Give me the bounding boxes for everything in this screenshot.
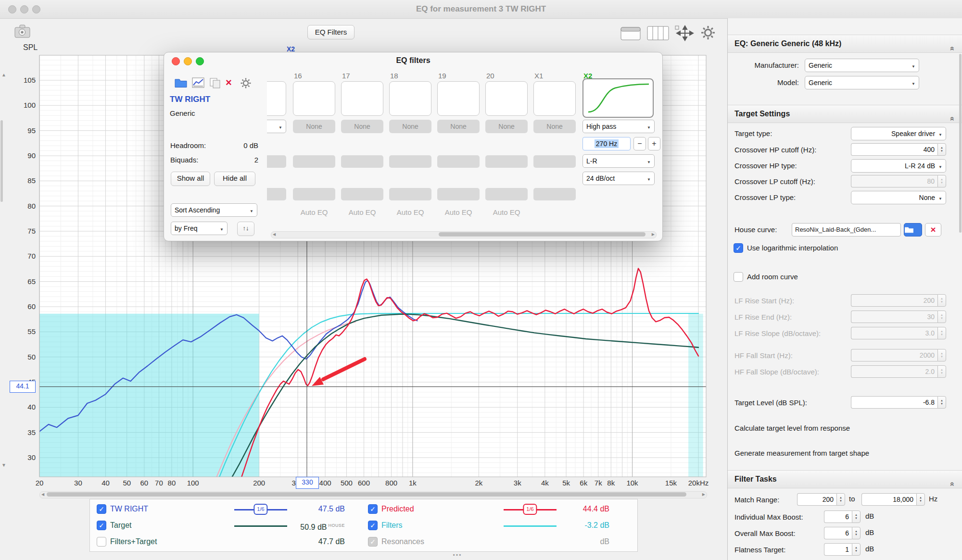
filter-type-dropdown[interactable]: None — [533, 120, 576, 133]
filter-column-x2: X2 High pass 270 Hz − + L-R — [581, 70, 660, 228]
panel-scrollbar-thumb[interactable] — [959, 54, 962, 233]
dialog-gear-icon[interactable] — [240, 77, 252, 89]
house-curve-field[interactable]: ResoNix_Laid-Back_(Gden... — [792, 223, 901, 236]
lf-rise-end-label: LF Rise End (Hz): — [734, 311, 792, 324]
lf-rise-start-spinner: 200 — [851, 294, 946, 307]
legend-checkbox-filters-target[interactable] — [97, 537, 106, 547]
capture-icon[interactable] — [13, 23, 32, 39]
dialog-minimize-button[interactable] — [184, 57, 192, 65]
crossover-lp-type-dropdown[interactable]: None — [851, 191, 946, 204]
calculate-target-level-button[interactable]: Calculate target level from response — [734, 424, 850, 432]
filter-type-dropdown[interactable]: High pass — [582, 120, 655, 133]
auto-eq-button[interactable]: Auto EQ — [341, 208, 383, 216]
filter-type-dropdown[interactable]: None — [437, 120, 480, 133]
flatness-target-spinner[interactable]: 1 — [824, 543, 861, 556]
scroll-left-icon[interactable]: ◀ — [41, 492, 44, 497]
dialog-h-scrollbar-thumb[interactable] — [439, 232, 646, 236]
legend-checkbox-tw-right[interactable] — [97, 504, 106, 514]
legend-checkbox-target[interactable] — [97, 521, 106, 530]
filter-type-dropdown[interactable]: None — [485, 120, 528, 133]
filter-type-dropdown[interactable]: None — [293, 120, 335, 133]
auto-eq-button[interactable]: Auto EQ — [389, 208, 431, 216]
filter-column-18: 18 None Auto EQ — [388, 70, 432, 228]
window-layout-icon[interactable] — [620, 27, 641, 40]
dialog-zoom-button[interactable] — [196, 57, 204, 65]
frequency-decrement-button[interactable]: − — [633, 137, 646, 150]
settings-gear-icon[interactable] — [700, 25, 716, 40]
target-settings-header[interactable]: Target Settings « — [728, 105, 962, 123]
filter-type-dropdown[interactable]: None — [341, 120, 383, 133]
dialog-close-button[interactable] — [172, 57, 180, 65]
headroom-label: Headroom: — [170, 140, 206, 151]
copy-filters-icon[interactable] — [209, 77, 221, 89]
match-range-to-word: to — [849, 492, 855, 506]
filter-preview-box[interactable] — [533, 81, 576, 116]
save-filters-icon[interactable] — [192, 77, 204, 88]
filter-preview-box[interactable] — [389, 81, 431, 116]
dialog-h-scrollbar[interactable]: ◀ ▶ — [271, 231, 657, 238]
collapse-icon[interactable]: « — [944, 47, 962, 51]
house-curve-clear-button[interactable]: × — [925, 223, 941, 236]
legend-checkbox-predicted[interactable] — [368, 504, 378, 514]
window-zoom-button[interactable] — [32, 5, 40, 13]
match-range-to-spinner[interactable]: 18,000 — [861, 493, 925, 506]
filter-tasks-header[interactable]: Filter Tasks « — [728, 470, 962, 488]
panes-layout-icon[interactable] — [647, 26, 669, 40]
add-room-curve-checkbox[interactable] — [734, 272, 743, 282]
svg-text:80: 80 — [168, 479, 176, 487]
filter-type-dropdown[interactable]: None — [389, 120, 431, 133]
eq-filters-toolbar-button[interactable]: EQ Filters — [307, 25, 354, 39]
svg-text:65: 65 — [27, 277, 36, 286]
log-interpolation-checkbox[interactable] — [734, 243, 743, 253]
filter-param-placeholder — [293, 188, 335, 200]
show-all-button[interactable]: Show all — [171, 172, 210, 186]
scroll-left-icon[interactable]: ◀ — [273, 232, 276, 237]
filter-type-dropdown[interactable] — [267, 120, 286, 133]
collapse-icon[interactable]: « — [944, 482, 962, 486]
window-close-button[interactable] — [8, 5, 16, 13]
scroll-right-icon[interactable]: ▶ — [652, 232, 655, 237]
clear-filters-icon[interactable]: × — [226, 76, 232, 89]
filter-slope-dropdown[interactable]: 24 dB/oct — [582, 172, 655, 185]
auto-eq-button[interactable]: Auto EQ — [485, 208, 528, 216]
legend-checkbox-filters[interactable] — [368, 521, 378, 530]
target-level-spinner[interactable]: -6.8 — [851, 396, 946, 409]
manufacturer-dropdown[interactable]: Generic — [805, 59, 919, 72]
biquads-label: Biquads: — [170, 154, 198, 166]
filter-preview-box[interactable] — [267, 81, 286, 116]
legend-checkbox-resonances[interactable] — [368, 537, 378, 547]
scroll-right-icon[interactable]: ▶ — [702, 492, 705, 497]
auto-eq-button[interactable]: Auto EQ — [293, 208, 335, 216]
filter-preview-box[interactable] — [341, 81, 383, 116]
sort-direction-button[interactable]: ↑↓ — [237, 222, 254, 236]
match-range-from-spinner[interactable]: 200 — [797, 493, 845, 506]
generate-measurement-button[interactable]: Generate measurement from target shape — [734, 449, 869, 457]
filter-preview-box-selected[interactable] — [582, 78, 654, 118]
hide-all-button[interactable]: Hide all — [214, 172, 255, 186]
chart-h-scrollbar-thumb[interactable] — [47, 492, 686, 497]
model-dropdown[interactable]: Generic — [805, 76, 919, 89]
window-minimize-button[interactable] — [20, 5, 28, 13]
filter-preview-box[interactable] — [485, 81, 528, 116]
target-type-dropdown[interactable]: Speaker driver — [851, 127, 946, 140]
filter-shape-dropdown[interactable]: L-R — [582, 154, 655, 168]
filter-preview-box[interactable] — [437, 81, 480, 116]
svg-text:70: 70 — [27, 252, 36, 260]
filter-frequency-field[interactable]: 270 Hz — [582, 137, 631, 150]
overall-max-boost-spinner[interactable]: 6 — [824, 527, 861, 539]
frequency-increment-button[interactable]: + — [648, 137, 660, 150]
eq-section-header[interactable]: EQ: Generic Generic (48 kHz) « — [728, 35, 962, 53]
house-curve-browse-button[interactable] — [904, 223, 922, 236]
individual-max-boost-spinner[interactable]: 6 — [824, 510, 861, 523]
filter-preview-box[interactable] — [293, 81, 335, 116]
sort-by-dropdown[interactable]: by Freq — [171, 222, 228, 235]
pan-arrows-icon[interactable] — [674, 25, 696, 41]
auto-eq-button[interactable]: Auto EQ — [437, 208, 480, 216]
drag-handle-dots[interactable]: … — [452, 547, 463, 558]
open-filters-icon[interactable] — [175, 77, 187, 88]
crossover-hp-cutoff-spinner[interactable]: 400 — [851, 143, 946, 156]
sort-dropdown[interactable]: Sort Ascending — [171, 203, 257, 217]
svg-text:40: 40 — [101, 479, 110, 487]
crossover-hp-type-dropdown[interactable]: L-R 24 dB — [851, 159, 946, 173]
chart-h-scrollbar[interactable]: ◀ ▶ — [39, 491, 707, 498]
